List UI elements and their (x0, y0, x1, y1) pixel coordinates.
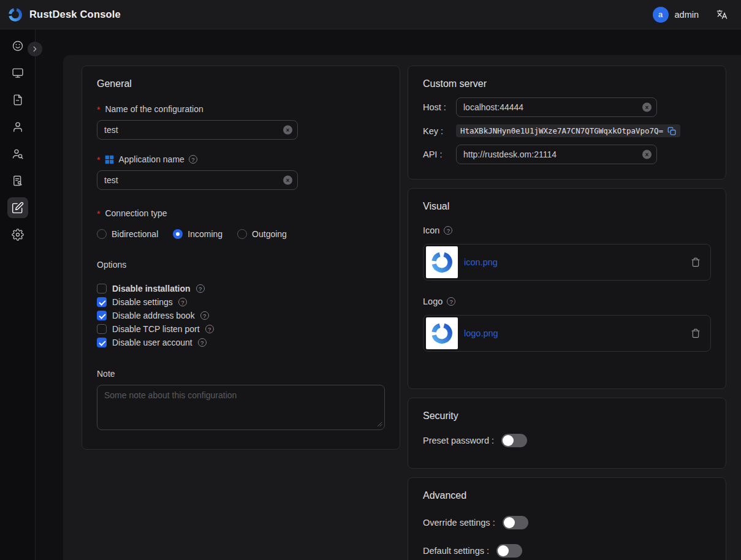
logo-file-row: logo.png (423, 315, 711, 352)
audit-log-icon (12, 175, 24, 187)
security-title: Security (423, 411, 711, 422)
windows-logo-icon (105, 155, 114, 164)
override-settings-label: Override settings : (423, 518, 495, 528)
default-settings-label: Default settings : (423, 546, 489, 556)
icon-file-row: icon.png (423, 244, 711, 281)
logo-thumbnail (426, 317, 458, 349)
sidebar-item-console-config[interactable] (7, 197, 28, 218)
user-menu[interactable]: a admin (653, 7, 699, 23)
sidebar-item-settings[interactable] (7, 224, 28, 245)
application-name-input[interactable] (97, 170, 298, 190)
preset-password-label: Preset password : (423, 436, 494, 445)
config-name-input[interactable] (97, 120, 298, 140)
key-label: Key : (423, 126, 456, 136)
clear-input-icon[interactable] (642, 103, 652, 112)
help-icon[interactable] (200, 311, 209, 320)
default-settings-toggle[interactable] (496, 544, 522, 558)
checkbox-box[interactable] (97, 324, 107, 334)
trash-icon[interactable] (691, 257, 701, 267)
connection-type-label: Connection type (97, 208, 385, 218)
help-icon[interactable] (447, 297, 455, 306)
copy-icon[interactable] (667, 127, 676, 135)
trash-icon[interactable] (691, 328, 701, 338)
checkbox-box[interactable] (97, 297, 107, 307)
help-icon[interactable] (178, 298, 187, 306)
clear-input-icon[interactable] (283, 176, 292, 185)
custom-server-title: Custom server (423, 78, 711, 89)
radio-bidirectional[interactable]: Bidirectional (97, 229, 158, 239)
note-label: Note (97, 369, 385, 379)
host-label: Host : (423, 102, 456, 112)
translate-icon[interactable] (716, 9, 728, 20)
monitor-icon (12, 67, 24, 79)
help-icon[interactable] (189, 155, 197, 164)
checkbox-box[interactable] (97, 311, 107, 320)
main-panel: General Name of the configuration App (63, 55, 741, 560)
sidebar-item-devices[interactable] (7, 62, 28, 83)
help-icon[interactable] (444, 226, 452, 235)
clear-input-icon[interactable] (642, 150, 652, 159)
api-label: API : (423, 149, 456, 159)
radio-dot[interactable] (173, 229, 183, 239)
user-icon (12, 121, 24, 133)
server-key-value: HtaXBkJNHyn0e1U1jWXze7A7CN7QTGWqxkOtpaVp… (460, 126, 663, 135)
sidebar-item-users[interactable] (7, 116, 28, 137)
icon-label: Icon (423, 225, 711, 235)
sidebar-item-audit[interactable] (7, 170, 28, 191)
user-search-icon (12, 148, 24, 160)
preset-password-toggle[interactable] (501, 434, 527, 447)
sidebar-expand-button[interactable] (28, 42, 42, 56)
custom-server-card: Custom server Host : Key : HtaXBkJNHyn0e… (408, 66, 726, 180)
help-icon[interactable] (198, 338, 207, 347)
radio-incoming[interactable]: Incoming (173, 229, 222, 239)
sidebar (0, 29, 36, 560)
general-title: General (97, 78, 385, 89)
edit-square-icon (12, 202, 24, 214)
topbar: RustDesk Console a admin (0, 0, 741, 29)
note-textarea[interactable] (97, 385, 385, 430)
checkbox-box[interactable] (97, 284, 107, 293)
application-name-label: Application name (97, 154, 385, 164)
checkbox-box[interactable] (97, 338, 107, 347)
checkbox-disable-user-account[interactable]: Disable user account (97, 336, 385, 349)
sidebar-item-overview[interactable] (7, 36, 28, 56)
options-label: Options (97, 260, 385, 270)
smiley-icon (12, 40, 24, 52)
clear-input-icon[interactable] (283, 126, 292, 135)
radio-dot[interactable] (97, 229, 107, 239)
options-checklist: Disable installation Disable settings Di… (97, 282, 385, 349)
avatar[interactable]: a (653, 7, 669, 23)
sidebar-item-groups[interactable] (7, 143, 28, 164)
radio-outgoing[interactable]: Outgoing (237, 229, 287, 239)
document-icon (12, 94, 24, 106)
radio-dot[interactable] (237, 229, 247, 239)
visual-card: Visual Icon icon.png (408, 188, 726, 389)
logo-label: Logo (423, 297, 711, 306)
security-card: Security Preset password : (408, 398, 726, 469)
sidebar-item-logs[interactable] (7, 89, 28, 110)
server-key-chip: HtaXBkJNHyn0e1U1jWXze7A7CN7QTGWqxkOtpaVp… (456, 124, 680, 137)
checkbox-disable-address-book[interactable]: Disable address book (97, 309, 385, 322)
api-input[interactable] (456, 145, 657, 164)
visual-title: Visual (423, 201, 711, 212)
chevron-right-icon (31, 45, 39, 53)
rustdesk-logo-icon (7, 7, 23, 23)
checkbox-disable-tcp-listen-port[interactable]: Disable TCP listen port (97, 322, 385, 336)
help-icon[interactable] (205, 325, 214, 333)
settings-gear-icon (12, 229, 24, 241)
checkbox-disable-installation[interactable]: Disable installation (97, 282, 385, 295)
general-card: General Name of the configuration App (82, 66, 400, 450)
connection-type-radio-group: Bidirectional Incoming Outgoing (97, 229, 385, 239)
icon-thumbnail (426, 246, 458, 278)
config-name-label: Name of the configuration (97, 104, 385, 114)
username: admin (675, 10, 699, 20)
advanced-title: Advanced (423, 490, 711, 501)
app-title: RustDesk Console (29, 9, 121, 20)
host-input[interactable] (456, 97, 657, 117)
icon-file-link[interactable]: icon.png (464, 257, 498, 267)
advanced-card: Advanced Override settings : Default set… (408, 477, 726, 560)
checkbox-disable-settings[interactable]: Disable settings (97, 295, 385, 309)
override-settings-toggle[interactable] (503, 516, 528, 529)
help-icon[interactable] (196, 284, 205, 293)
logo-file-link[interactable]: logo.png (464, 328, 498, 338)
